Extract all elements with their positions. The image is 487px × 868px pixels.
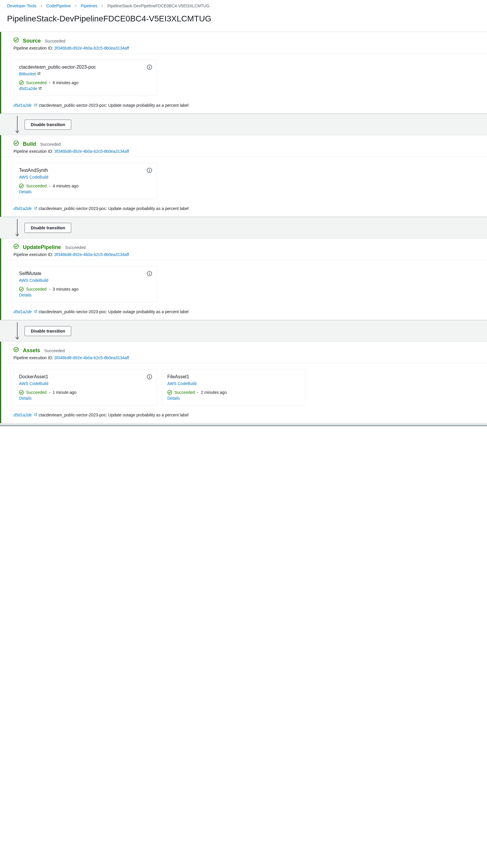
check-circle-icon <box>13 244 19 249</box>
action-time: 2 minutes ago <box>201 390 227 395</box>
stage-status: Succeeded <box>65 245 86 250</box>
commit-link[interactable]: d5d1a2de <box>13 412 32 417</box>
disable-transition-button[interactable]: Disable transition <box>25 120 71 130</box>
action-details-link[interactable]: Details <box>19 396 32 401</box>
action-name: ctacdevteam_public-sector-2023-poc <box>19 64 152 70</box>
stage-transition: Disable transition <box>0 320 487 341</box>
action-time: 4 minutes ago <box>53 184 78 188</box>
stage-transition: Disable transition <box>0 114 487 135</box>
separator: - <box>49 287 51 291</box>
external-link-icon <box>37 87 42 90</box>
action-name: TestAndSynth <box>19 168 152 173</box>
info-icon[interactable] <box>147 64 152 70</box>
action-name: SelfMutate <box>19 271 152 276</box>
stage-status: Succeeded <box>40 142 61 147</box>
stage-status-bar <box>0 342 1 423</box>
pipeline-stage: Build Succeeded Pipeline execution ID: 3… <box>0 135 487 217</box>
action-status: Succeeded <box>26 390 46 395</box>
info-icon[interactable] <box>147 168 152 173</box>
action-card: TestAndSynth AWS CodeBuild Succeeded - 4… <box>13 163 157 199</box>
action-time: 3 minutes ago <box>53 287 78 291</box>
pipeline-stage: UpdatePipeline Succeeded Pipeline execut… <box>0 238 487 320</box>
action-details-link[interactable]: Details <box>19 189 32 194</box>
chevron-right-icon <box>101 4 104 7</box>
scrollbar-horizontal[interactable] <box>0 425 487 426</box>
stage-transition: Disable transition <box>0 217 487 238</box>
execution-id-label: Pipeline execution ID: <box>13 149 53 154</box>
separator: - <box>49 80 51 85</box>
execution-id-label: Pipeline execution ID: <box>13 355 53 360</box>
separator: - <box>197 390 199 395</box>
action-provider-link[interactable]: AWS CodeBuild <box>167 381 197 386</box>
pipeline-stage: Assets Succeeded Pipeline execution ID: … <box>0 341 487 424</box>
action-time: 6 minutes ago <box>53 80 78 85</box>
breadcrumb-item[interactable]: Developer Tools <box>7 3 36 8</box>
arrow-down-icon <box>15 322 20 340</box>
action-time: 1 minute ago <box>53 390 76 395</box>
check-circle-icon <box>19 184 24 188</box>
check-circle-icon <box>19 287 24 291</box>
chevron-right-icon <box>40 4 43 7</box>
commit-message: ctacdevteam_public-sector-2023-poc: Upda… <box>39 206 188 211</box>
check-circle-icon <box>19 80 24 85</box>
commit-link[interactable]: d5d1a2de <box>13 206 32 211</box>
separator: - <box>49 184 51 188</box>
action-provider-link[interactable]: Bitbucket <box>19 71 36 76</box>
external-link-icon <box>33 103 37 107</box>
execution-id-link[interactable]: 3f346bd8-d92e-4b0a-b2c5-8b0ea3134aff <box>54 355 129 360</box>
stage-title: UpdatePipeline <box>23 244 61 250</box>
action-status: Succeeded <box>174 390 195 395</box>
action-details-link[interactable]: Details <box>167 396 180 401</box>
chevron-right-icon <box>74 4 77 7</box>
check-circle-icon <box>167 390 172 395</box>
action-card: DockerAsset1 AWS CodeBuild Succeeded - 1… <box>13 369 157 406</box>
execution-id-link[interactable]: 3f346bd8-d92e-4b0a-b2c5-8b0ea3134aff <box>54 252 129 257</box>
separator: - <box>49 390 51 395</box>
action-card: FileAsset1 AWS CodeBuild Succeeded - 2 m… <box>162 369 305 406</box>
page-title: PipelineStack-DevPipelineFDCE0BC4-V5EI3X… <box>7 14 480 24</box>
breadcrumb-item[interactable]: CodePipeline <box>46 3 71 8</box>
commit-message: ctacdevteam_public-sector-2023-poc: Upda… <box>39 412 188 417</box>
external-link-icon <box>36 72 41 75</box>
stage-status-bar <box>0 239 1 320</box>
commit-message: ctacdevteam_public-sector-2023-poc: Upda… <box>39 103 188 107</box>
stage-status: Succeeded <box>44 348 65 353</box>
external-link-icon <box>33 310 37 313</box>
commit-link[interactable]: d5d1a2de <box>13 103 32 107</box>
action-name: FileAsset1 <box>167 374 300 379</box>
action-status: Succeeded <box>26 80 46 85</box>
action-status: Succeeded <box>26 184 46 188</box>
action-details-link[interactable]: d5d1a2de <box>19 86 37 91</box>
breadcrumb-current: PipelineStack-DevPipelineFDCE0BC4-V5EI3X… <box>107 3 209 8</box>
stage-status-bar <box>0 32 1 114</box>
action-details-link[interactable]: Details <box>19 293 32 297</box>
info-icon[interactable] <box>147 374 152 379</box>
breadcrumb: Developer Tools CodePipeline Pipelines P… <box>0 3 487 8</box>
commit-link[interactable]: d5d1a2de <box>13 309 32 314</box>
action-card: SelfMutate AWS CodeBuild Succeeded - 3 m… <box>13 266 157 302</box>
action-provider-link[interactable]: AWS CodeBuild <box>19 278 48 283</box>
external-link-icon <box>33 207 37 210</box>
arrow-down-icon <box>15 115 20 134</box>
stage-status-bar <box>0 135 1 217</box>
disable-transition-button[interactable]: Disable transition <box>25 326 71 336</box>
stage-title: Source <box>23 38 41 44</box>
execution-id-link[interactable]: 3f346bd8-d92e-4b0a-b2c5-8b0ea3134aff <box>54 149 129 154</box>
stage-status: Succeeded <box>45 39 65 43</box>
action-name: DockerAsset1 <box>19 374 152 379</box>
execution-id-label: Pipeline execution ID: <box>13 252 53 257</box>
action-provider-link[interactable]: AWS CodeBuild <box>19 175 48 180</box>
external-link-icon <box>33 413 37 416</box>
check-circle-icon <box>13 141 19 146</box>
check-circle-icon <box>19 390 24 395</box>
breadcrumb-item[interactable]: Pipelines <box>80 3 97 8</box>
info-icon[interactable] <box>147 271 152 276</box>
action-status: Succeeded <box>26 287 46 291</box>
disable-transition-button[interactable]: Disable transition <box>25 223 71 233</box>
arrow-down-icon <box>15 218 20 237</box>
pipeline-stage: Source Succeeded Pipeline execution ID: … <box>0 32 487 114</box>
execution-id-link[interactable]: 3f346bd8-d92e-4b0a-b2c5-8b0ea3134aff <box>54 46 129 51</box>
commit-message: ctacdevteam_public-sector-2023-poc: Upda… <box>39 309 188 314</box>
check-circle-icon <box>13 37 19 42</box>
action-provider-link[interactable]: AWS CodeBuild <box>19 381 48 386</box>
